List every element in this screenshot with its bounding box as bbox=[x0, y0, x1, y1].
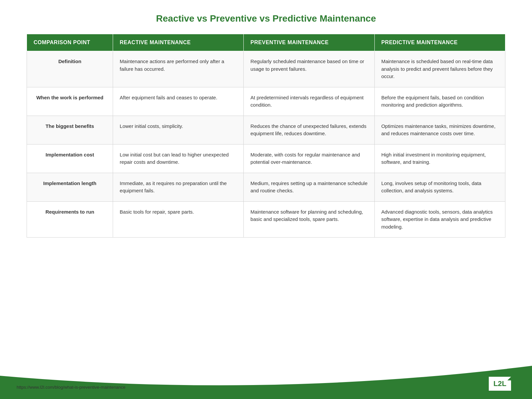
cell-preventive-5: Maintenance software for planning and sc… bbox=[244, 201, 374, 238]
cell-preventive-0: Regularly scheduled maintenance based on… bbox=[244, 51, 374, 87]
cell-preventive-2: Reduces the chance of unexpected failure… bbox=[244, 116, 374, 144]
logo-text: L2L bbox=[493, 379, 506, 388]
table-row: Requirements to runBasic tools for repai… bbox=[27, 201, 505, 238]
cell-reactive-2: Lower initial costs, simplicity. bbox=[113, 116, 244, 144]
table-row: DefinitionMaintenance actions are perfor… bbox=[27, 51, 505, 87]
page-title: Reactive vs Preventive vs Predictive Mai… bbox=[27, 13, 505, 24]
table-row: When the work is performedAfter equipmen… bbox=[27, 87, 505, 116]
cell-reactive-4: Immediate, as it requires no preparation… bbox=[113, 173, 244, 201]
header-reactive: REACTIVE MAINTENANCE bbox=[113, 34, 244, 51]
cell-predictive-1: Before the equipment fails, based on con… bbox=[374, 87, 505, 116]
header-preventive: PREVENTIVE MAINTENANCE bbox=[244, 34, 374, 51]
footer-logo: L2L bbox=[488, 376, 512, 392]
cell-predictive-2: Optimizes maintenance tasks, minimizes d… bbox=[374, 116, 505, 144]
row-label-3: Implementation cost bbox=[27, 144, 113, 173]
table-row: Implementation lengthImmediate, as it re… bbox=[27, 173, 505, 201]
cell-reactive-0: Maintenance actions are performed only a… bbox=[113, 51, 244, 87]
cell-preventive-1: At predetermined intervals regardless of… bbox=[244, 87, 374, 116]
page-wrapper: Reactive vs Preventive vs Predictive Mai… bbox=[0, 0, 532, 244]
cell-predictive-3: High initial investment in monitoring eq… bbox=[374, 144, 505, 173]
cell-reactive-5: Basic tools for repair, spare parts. bbox=[113, 201, 244, 238]
cell-predictive-4: Long, involves setup of monitoring tools… bbox=[374, 173, 505, 201]
header-predictive: PREDICTIVE MAINTENANCE bbox=[374, 34, 505, 51]
row-label-2: The biggest benefits bbox=[27, 116, 113, 144]
cell-preventive-4: Medium, requires setting up a maintenanc… bbox=[244, 173, 374, 201]
comparison-table: COMPARISON POINT REACTIVE MAINTENANCE PR… bbox=[27, 34, 505, 238]
header-comparison-point: COMPARISON POINT bbox=[27, 34, 113, 51]
row-label-0: Definition bbox=[27, 51, 113, 87]
table-header-row: COMPARISON POINT REACTIVE MAINTENANCE PR… bbox=[27, 34, 505, 51]
cell-reactive-1: After equipment fails and ceases to oper… bbox=[113, 87, 244, 116]
row-label-5: Requirements to run bbox=[27, 201, 113, 238]
cell-predictive-5: Advanced diagnostic tools, sensors, data… bbox=[374, 201, 505, 238]
table-row: Implementation costLow initial cost but … bbox=[27, 144, 505, 173]
row-label-4: Implementation length bbox=[27, 173, 113, 201]
cell-preventive-3: Moderate, with costs for regular mainten… bbox=[244, 144, 374, 173]
cell-reactive-3: Low initial cost but can lead to higher … bbox=[113, 144, 244, 173]
cell-predictive-0: Maintenance is scheduled based on real-t… bbox=[374, 51, 505, 87]
row-label-1: When the work is performed bbox=[27, 87, 113, 116]
footer-url: https://www.l2l.com/blog/what-is-prevent… bbox=[17, 385, 125, 390]
footer-curve bbox=[0, 356, 532, 399]
table-row: The biggest benefitsLower initial costs,… bbox=[27, 116, 505, 144]
logo-triangle bbox=[507, 376, 512, 380]
